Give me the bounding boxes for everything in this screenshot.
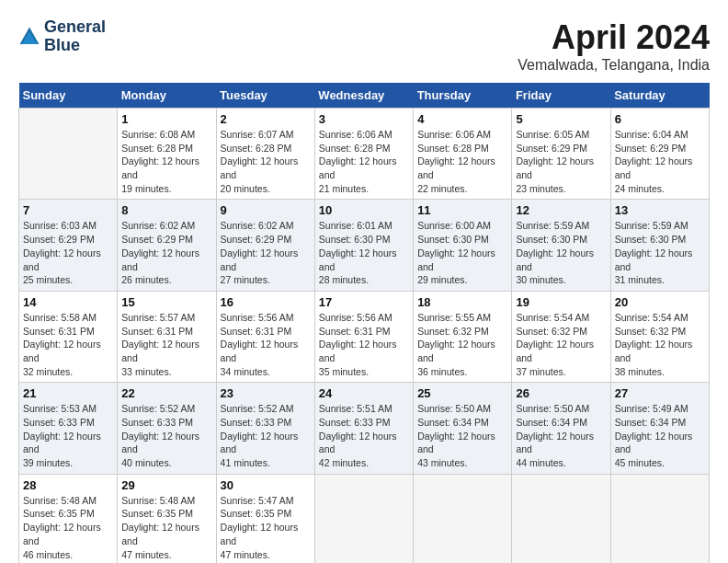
calendar-cell: 17Sunrise: 5:56 AMSunset: 6:31 PMDayligh… xyxy=(314,291,413,382)
day-info: Sunrise: 5:52 AMSunset: 6:33 PMDaylight:… xyxy=(121,402,211,469)
calendar-cell: 5Sunrise: 6:05 AMSunset: 6:29 PMDaylight… xyxy=(512,109,610,200)
day-number: 12 xyxy=(516,203,606,217)
calendar-cell: 7Sunrise: 6:03 AMSunset: 6:29 PMDaylight… xyxy=(19,200,118,291)
day-info: Sunrise: 6:02 AMSunset: 6:29 PMDaylight:… xyxy=(221,219,311,286)
day-info: Sunrise: 6:02 AMSunset: 6:29 PMDaylight:… xyxy=(121,219,211,286)
day-info: Sunrise: 5:55 AMSunset: 6:32 PMDaylight:… xyxy=(417,311,507,378)
calendar-cell: 4Sunrise: 6:06 AMSunset: 6:28 PMDaylight… xyxy=(414,109,512,200)
day-number: 29 xyxy=(121,478,211,492)
calendar-cell xyxy=(512,474,610,563)
calendar-cell: 18Sunrise: 5:55 AMSunset: 6:32 PMDayligh… xyxy=(414,291,512,382)
calendar-table: SundayMondayTuesdayWednesdayThursdayFrid… xyxy=(18,83,710,563)
day-number: 23 xyxy=(221,386,311,400)
day-info: Sunrise: 6:04 AMSunset: 6:29 PMDaylight:… xyxy=(615,128,705,195)
day-info: Sunrise: 6:05 AMSunset: 6:29 PMDaylight:… xyxy=(516,128,606,195)
day-info: Sunrise: 5:50 AMSunset: 6:34 PMDaylight:… xyxy=(417,402,507,469)
calendar-cell: 2Sunrise: 6:07 AMSunset: 6:28 PMDaylight… xyxy=(216,109,314,200)
header-friday: Friday xyxy=(512,83,610,109)
day-number: 11 xyxy=(417,203,507,217)
day-number: 5 xyxy=(516,112,606,126)
logo: General Blue xyxy=(18,18,106,55)
calendar-cell: 22Sunrise: 5:52 AMSunset: 6:33 PMDayligh… xyxy=(118,383,216,474)
day-info: Sunrise: 5:58 AMSunset: 6:31 PMDaylight:… xyxy=(23,311,113,378)
day-info: Sunrise: 5:54 AMSunset: 6:32 PMDaylight:… xyxy=(516,311,606,378)
day-number: 21 xyxy=(23,386,113,400)
month-title: April 2024 xyxy=(518,18,710,57)
day-number: 22 xyxy=(121,386,211,400)
calendar-cell: 28Sunrise: 5:48 AMSunset: 6:35 PMDayligh… xyxy=(19,474,118,563)
day-info: Sunrise: 5:47 AMSunset: 6:35 PMDaylight:… xyxy=(221,494,311,561)
day-number: 16 xyxy=(221,295,311,309)
day-number: 14 xyxy=(23,295,113,309)
calendar-cell xyxy=(414,474,512,563)
day-info: Sunrise: 5:48 AMSunset: 6:35 PMDaylight:… xyxy=(121,494,211,561)
day-number: 24 xyxy=(319,386,409,400)
calendar-cell: 21Sunrise: 5:53 AMSunset: 6:33 PMDayligh… xyxy=(19,383,118,474)
calendar-cell: 23Sunrise: 5:52 AMSunset: 6:33 PMDayligh… xyxy=(216,383,314,474)
week-row-2: 14Sunrise: 5:58 AMSunset: 6:31 PMDayligh… xyxy=(19,291,710,382)
logo-text: General Blue xyxy=(44,18,106,55)
day-info: Sunrise: 6:01 AMSunset: 6:30 PMDaylight:… xyxy=(319,219,409,286)
week-row-3: 21Sunrise: 5:53 AMSunset: 6:33 PMDayligh… xyxy=(19,383,710,474)
day-info: Sunrise: 5:56 AMSunset: 6:31 PMDaylight:… xyxy=(319,311,409,378)
day-number: 13 xyxy=(615,203,705,217)
header-monday: Monday xyxy=(118,83,216,109)
calendar-cell: 30Sunrise: 5:47 AMSunset: 6:35 PMDayligh… xyxy=(216,474,314,563)
calendar-cell: 26Sunrise: 5:50 AMSunset: 6:34 PMDayligh… xyxy=(512,383,610,474)
day-number: 17 xyxy=(319,295,409,309)
day-number: 2 xyxy=(221,112,311,126)
day-info: Sunrise: 5:51 AMSunset: 6:33 PMDaylight:… xyxy=(319,402,409,469)
calendar-cell: 25Sunrise: 5:50 AMSunset: 6:34 PMDayligh… xyxy=(414,383,512,474)
calendar-cell: 9Sunrise: 6:02 AMSunset: 6:29 PMDaylight… xyxy=(216,200,314,291)
day-info: Sunrise: 5:49 AMSunset: 6:34 PMDaylight:… xyxy=(615,402,705,469)
day-number: 7 xyxy=(23,203,113,217)
calendar-cell: 6Sunrise: 6:04 AMSunset: 6:29 PMDaylight… xyxy=(610,109,709,200)
calendar-cell: 1Sunrise: 6:08 AMSunset: 6:28 PMDaylight… xyxy=(118,109,216,200)
day-number: 4 xyxy=(417,112,507,126)
day-info: Sunrise: 6:08 AMSunset: 6:28 PMDaylight:… xyxy=(121,128,211,195)
day-number: 27 xyxy=(615,386,705,400)
week-row-1: 7Sunrise: 6:03 AMSunset: 6:29 PMDaylight… xyxy=(19,200,710,291)
day-info: Sunrise: 5:53 AMSunset: 6:33 PMDaylight:… xyxy=(23,402,113,469)
calendar-cell: 3Sunrise: 6:06 AMSunset: 6:28 PMDaylight… xyxy=(314,109,413,200)
header-tuesday: Tuesday xyxy=(216,83,314,109)
calendar-cell: 8Sunrise: 6:02 AMSunset: 6:29 PMDaylight… xyxy=(118,200,216,291)
calendar-cell: 24Sunrise: 5:51 AMSunset: 6:33 PMDayligh… xyxy=(314,383,413,474)
day-number: 26 xyxy=(516,386,606,400)
calendar-cell xyxy=(610,474,709,563)
day-info: Sunrise: 5:56 AMSunset: 6:31 PMDaylight:… xyxy=(221,311,311,378)
calendar-cell: 14Sunrise: 5:58 AMSunset: 6:31 PMDayligh… xyxy=(19,291,118,382)
day-info: Sunrise: 5:57 AMSunset: 6:31 PMDaylight:… xyxy=(121,311,211,378)
day-number: 8 xyxy=(121,203,211,217)
day-number: 19 xyxy=(516,295,606,309)
calendar-header-row: SundayMondayTuesdayWednesdayThursdayFrid… xyxy=(19,83,710,109)
day-number: 25 xyxy=(417,386,507,400)
logo-line1: General xyxy=(44,18,106,37)
location-title: Vemalwada, Telangana, India xyxy=(518,57,710,74)
day-number: 3 xyxy=(319,112,409,126)
calendar-cell xyxy=(19,109,118,200)
day-info: Sunrise: 5:59 AMSunset: 6:30 PMDaylight:… xyxy=(615,219,705,286)
day-info: Sunrise: 5:54 AMSunset: 6:32 PMDaylight:… xyxy=(615,311,705,378)
day-number: 10 xyxy=(319,203,409,217)
day-number: 15 xyxy=(121,295,211,309)
day-info: Sunrise: 5:52 AMSunset: 6:33 PMDaylight:… xyxy=(221,402,311,469)
title-section: April 2024 Vemalwada, Telangana, India xyxy=(518,18,710,74)
calendar-cell: 19Sunrise: 5:54 AMSunset: 6:32 PMDayligh… xyxy=(512,291,610,382)
day-info: Sunrise: 6:06 AMSunset: 6:28 PMDaylight:… xyxy=(417,128,507,195)
calendar-cell: 13Sunrise: 5:59 AMSunset: 6:30 PMDayligh… xyxy=(610,200,709,291)
calendar-cell xyxy=(314,474,413,563)
day-info: Sunrise: 6:03 AMSunset: 6:29 PMDaylight:… xyxy=(23,219,113,286)
day-number: 18 xyxy=(417,295,507,309)
logo-icon xyxy=(18,26,40,48)
week-row-4: 28Sunrise: 5:48 AMSunset: 6:35 PMDayligh… xyxy=(19,474,710,563)
calendar-cell: 29Sunrise: 5:48 AMSunset: 6:35 PMDayligh… xyxy=(118,474,216,563)
day-number: 30 xyxy=(221,478,311,492)
calendar-cell: 10Sunrise: 6:01 AMSunset: 6:30 PMDayligh… xyxy=(314,200,413,291)
day-info: Sunrise: 6:06 AMSunset: 6:28 PMDaylight:… xyxy=(319,128,409,195)
day-info: Sunrise: 6:07 AMSunset: 6:28 PMDaylight:… xyxy=(221,128,311,195)
calendar-cell: 20Sunrise: 5:54 AMSunset: 6:32 PMDayligh… xyxy=(610,291,709,382)
calendar-cell: 27Sunrise: 5:49 AMSunset: 6:34 PMDayligh… xyxy=(610,383,709,474)
day-number: 1 xyxy=(121,112,211,126)
calendar-cell: 16Sunrise: 5:56 AMSunset: 6:31 PMDayligh… xyxy=(216,291,314,382)
